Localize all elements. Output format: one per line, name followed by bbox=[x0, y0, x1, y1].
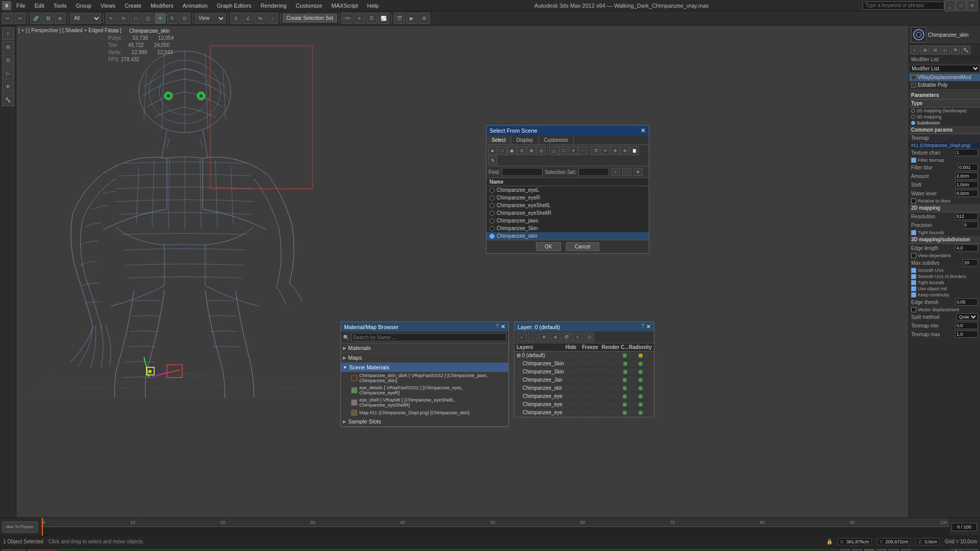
menu-views[interactable]: Views bbox=[99, 3, 117, 9]
menu-modifiers[interactable]: Modifiers bbox=[149, 3, 176, 9]
menu-graph-editors[interactable]: Graph Editors bbox=[215, 3, 254, 9]
menu-rendering[interactable]: Rendering bbox=[259, 3, 289, 9]
menu-edit[interactable]: Edit bbox=[33, 3, 46, 9]
dialog-tab-display[interactable]: Display bbox=[511, 136, 539, 144]
edge-length-input[interactable] bbox=[955, 244, 978, 252]
render-settings-button[interactable]: ⚙ bbox=[419, 13, 430, 24]
dlg-toolbar-btn-13[interactable]: ⊕ bbox=[610, 146, 620, 155]
select-move-button[interactable]: ✛ bbox=[155, 13, 166, 24]
close-button[interactable]: ✕ bbox=[967, 0, 978, 11]
mat-item-skin-dark[interactable]: Chimpanzee_skin_dark { VRayFastSSS2 } [C… bbox=[341, 372, 508, 384]
prev-frame-button[interactable]: |◀ bbox=[852, 549, 862, 552]
mod-vray-disp[interactable]: VRayDisplacementMod bbox=[909, 73, 980, 81]
type-subdivision[interactable]: Subdivision bbox=[909, 120, 980, 126]
curve-editor-button[interactable]: 📈 bbox=[378, 13, 389, 24]
tight-bounds-cb[interactable] bbox=[911, 230, 916, 235]
resolution-input[interactable] bbox=[955, 213, 978, 220]
percent-snap[interactable]: % bbox=[255, 13, 266, 24]
layer-row-eye1[interactable]: Chimpanzee_eye --- --- --- bbox=[514, 392, 654, 400]
prop-icon-create[interactable]: + bbox=[910, 45, 919, 55]
menu-customize[interactable]: Customize bbox=[293, 3, 324, 9]
mirror-button[interactable]: ⊣⊢ bbox=[341, 13, 353, 24]
display-panel-button[interactable]: 👁 bbox=[2, 81, 14, 93]
bind-button[interactable]: ⊕ bbox=[55, 13, 66, 24]
amount-input[interactable] bbox=[955, 172, 978, 180]
go-first-button[interactable]: |◀◀ bbox=[840, 549, 850, 552]
mat-item-eye-shell[interactable]: eye_shell { VRayMtl } [Chimpanzee_eyeShe… bbox=[341, 396, 508, 409]
list-item-eyeShellL[interactable]: Chimpanzee_eyeShellL bbox=[486, 202, 649, 209]
frame-counter[interactable] bbox=[951, 523, 977, 531]
modify-panel-button[interactable]: ⊞ bbox=[2, 41, 14, 53]
dlg-toolbar-btn-12[interactable]: ≡ bbox=[601, 146, 610, 155]
mat-item-map11[interactable]: Map #11 (Chimpanzee_Displ.png) [Chimpanz… bbox=[341, 409, 508, 417]
vector-displacement-cb[interactable] bbox=[911, 307, 916, 312]
dialog-close-button[interactable]: ✕ bbox=[641, 127, 646, 134]
spinner-snap[interactable]: ↕ bbox=[267, 13, 278, 24]
list-item-eyeR[interactable]: Chimpanzee_eyeR bbox=[486, 194, 649, 202]
next-frame-button[interactable]: ▶| bbox=[889, 549, 899, 552]
list-item-Skin[interactable]: Chimpanzee_Skin bbox=[486, 224, 649, 232]
dlg-toolbar-btn-8[interactable]: ⬡ bbox=[559, 146, 568, 155]
dlg-toolbar-btn-11[interactable]: ☰ bbox=[591, 146, 600, 155]
set-key-button[interactable]: Set Key bbox=[2, 549, 26, 552]
section-maps[interactable]: ▶ Maps bbox=[341, 353, 508, 363]
utilities-panel-button[interactable]: 🔧 bbox=[2, 94, 14, 106]
texmap-value[interactable]: #11 (Chimpanzee_Displ.png) bbox=[909, 142, 980, 148]
remove-set-btn[interactable]: - bbox=[622, 168, 631, 176]
prop-icon-util[interactable]: 🔧 bbox=[961, 45, 970, 55]
menu-maxscript[interactable]: MAXScript bbox=[329, 3, 360, 9]
prop-icon-motion[interactable]: ▷ bbox=[941, 45, 950, 55]
mat-browser-help[interactable]: ? bbox=[496, 323, 499, 330]
angle-snap[interactable]: ∠ bbox=[242, 13, 254, 24]
dlg-toolbar-btn-3[interactable]: ▣ bbox=[507, 146, 517, 155]
key-track[interactable] bbox=[59, 549, 838, 552]
motion-panel-button[interactable]: ▷ bbox=[2, 67, 14, 80]
dialog-tab-select[interactable]: Select bbox=[486, 136, 511, 144]
layer-del-btn[interactable]: - bbox=[528, 333, 538, 342]
mod-editable-poly[interactable]: Editable Poly bbox=[909, 81, 980, 89]
layer-render-btn[interactable]: 🎬 bbox=[561, 333, 572, 342]
window-crossing-button[interactable]: ◫ bbox=[142, 13, 154, 24]
cancel-button[interactable]: Cancel bbox=[566, 242, 599, 251]
ok-button[interactable]: OK bbox=[536, 242, 560, 251]
mat-search-input[interactable] bbox=[351, 333, 506, 341]
menu-file[interactable]: File bbox=[14, 3, 28, 9]
edge-thresh-input[interactable] bbox=[955, 298, 978, 306]
list-item-jaws[interactable]: Chimpanzee_jaws bbox=[486, 217, 649, 224]
dlg-toolbar-btn-4[interactable]: ⊡ bbox=[517, 146, 526, 155]
quick-render-button[interactable]: ▶ bbox=[406, 13, 418, 24]
layer-row-skir[interactable]: Chimpanzee_skir --- --- --- bbox=[514, 384, 654, 392]
menu-animation[interactable]: Animation bbox=[181, 3, 210, 9]
add-set-btn[interactable]: + bbox=[611, 168, 620, 176]
stop-button[interactable]: ■ bbox=[876, 549, 887, 552]
layer-select-btn[interactable]: ↖ bbox=[573, 333, 583, 342]
dlg-toolbar-btn-15[interactable]: 📋 bbox=[630, 146, 639, 155]
render-button[interactable]: 🎬 bbox=[394, 13, 405, 24]
layer-help[interactable]: ? bbox=[641, 323, 644, 330]
filter-blur-input[interactable] bbox=[958, 164, 978, 171]
layer-row-eye3[interactable]: Chimpanzee_eye --- --- --- bbox=[514, 409, 654, 417]
link-button[interactable]: 🔗 bbox=[30, 13, 41, 24]
texmap-max-input[interactable] bbox=[955, 331, 978, 338]
go-last-button[interactable]: ▶▶| bbox=[901, 549, 911, 552]
create-panel-button[interactable]: + bbox=[2, 28, 14, 40]
unlink-button[interactable]: ⛓ bbox=[42, 13, 54, 24]
tight-bounds2-cb[interactable] bbox=[911, 280, 916, 285]
dialog-tab-customize[interactable]: Customize bbox=[539, 136, 574, 144]
dlg-toolbar-btn[interactable]: ■ bbox=[488, 146, 497, 155]
create-selection-set[interactable]: Create Selection Set bbox=[283, 14, 337, 22]
layer-button[interactable]: ☰ bbox=[366, 13, 377, 24]
hierarchy-panel-button[interactable]: ⊟ bbox=[2, 54, 14, 66]
layer-row-chimpskin2[interactable]: Chimpanzee_Skin --- --- --- bbox=[514, 368, 654, 376]
max-to-physac-btn[interactable]: Max To Physac bbox=[2, 521, 38, 533]
select-name-button[interactable]: H bbox=[118, 13, 129, 24]
prop-icon-modify[interactable]: ⊞ bbox=[920, 45, 929, 55]
dlg-toolbar-btn-9[interactable]: ✦ bbox=[569, 146, 578, 155]
mat-item-eye-details[interactable]: eye_details { VRayFastSSS2 } [Chimpanzee… bbox=[341, 384, 508, 396]
layer-row-jan[interactable]: Chimpanzee_Jan --- --- --- bbox=[514, 376, 654, 384]
key-filters-button[interactable]: Key Filters... bbox=[916, 549, 946, 552]
texture-chan-input[interactable] bbox=[955, 149, 978, 156]
list-item-eyeL[interactable]: Chimpanzee_eyeL bbox=[486, 186, 649, 194]
maximize-button[interactable]: □ bbox=[955, 0, 967, 11]
dlg-toolbar-btn-14[interactable]: ⊗ bbox=[620, 146, 629, 155]
